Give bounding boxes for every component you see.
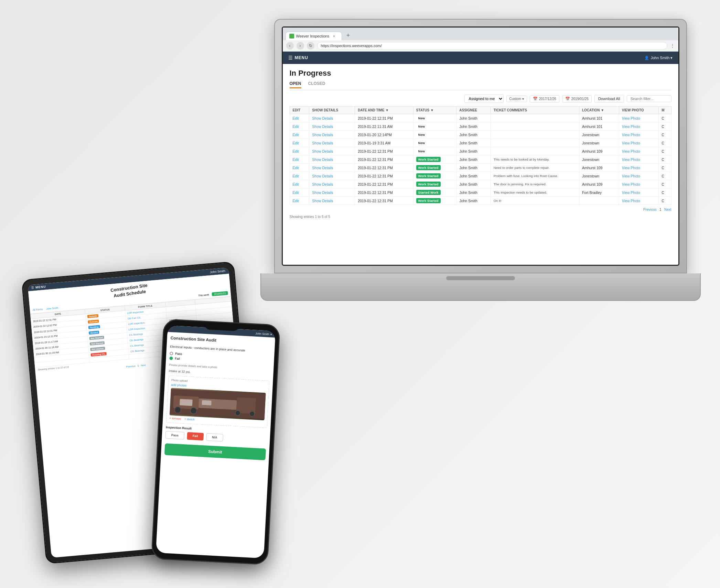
edit-link[interactable]: Edit [293,149,299,153]
view-photo-link[interactable]: View Photo [622,133,640,137]
prev-page[interactable]: Previous [643,208,657,211]
view-photo-link[interactable]: View Photo [622,199,640,203]
browser-addressbar: ‹ › ↻ https://inspections.weeverapps.com… [283,40,678,51]
sketch-link[interactable]: + sketch [184,417,194,421]
t-status-badge: Pending [88,325,100,329]
show-details-link[interactable]: Show Details [312,133,333,137]
date-to-picker[interactable]: 📅 2019/01/25 [562,95,592,102]
show-details-link[interactable]: Show Details [312,199,333,203]
edit-link[interactable]: Edit [293,174,299,178]
na-button[interactable]: N/A [206,433,223,442]
assigned-to-filter[interactable]: Assigned to me [464,95,504,103]
tablet-menu-icon: ☰ [31,286,34,290]
download-all-button[interactable]: Download All [594,95,624,102]
tab-closed[interactable]: CLOSED [308,81,325,88]
t-next[interactable]: Next [140,364,146,367]
submit-button[interactable]: Submit [164,443,266,460]
tablet-filter[interactable]: All Forms [32,308,43,311]
show-details-link[interactable]: Show Details [312,116,333,120]
date-from-picker[interactable]: 📅 2017/12/26 [530,95,559,102]
view-photo-link[interactable]: View Photo [622,116,640,120]
tab-close-button[interactable]: × [331,33,337,39]
fail-button[interactable]: Fail [187,432,204,440]
assignee-cell: John Smith [456,197,491,205]
t-status-badge: Hosted [89,330,99,335]
toolbar: Assigned to me Custom ▾ 📅 2017/12/26 📅 2… [290,95,671,103]
edit-link[interactable]: Edit [293,124,299,129]
edit-link[interactable]: Edit [293,157,299,162]
col-misc: M [659,107,671,114]
phone-user: John Smith [255,332,269,336]
table-row: Edit Show Details 2019-01-19 3:31 AM New… [290,139,671,147]
view-photo-link[interactable]: View Photo [622,141,640,145]
radio-fail [169,356,173,360]
misc-cell: C [659,164,671,172]
comments-cell [491,122,579,131]
date-cell: 2019-01-22 12:31 PM [355,164,413,172]
misc-cell: C [659,114,671,122]
browser-tab-active[interactable]: Weever Inspections × [286,32,342,40]
tablet-this-week[interactable]: This week [198,293,209,297]
next-page[interactable]: Next [664,208,671,211]
show-details-link[interactable]: Show Details [312,174,333,178]
laptop-screen: Weever Inspections × + ‹ › ↻ https://ins… [282,26,679,266]
location-cell: Jonestown [579,155,619,164]
pass-button[interactable]: Pass [165,431,184,439]
date-cell: 2019-01-22 12:31 PM [355,147,413,155]
view-photo-link[interactable]: View Photo [622,166,640,170]
new-tab-button[interactable]: + [343,31,353,40]
nav-back-button[interactable]: ‹ [286,42,294,50]
edit-link[interactable]: Edit [293,141,299,145]
show-details-link[interactable]: Show Details [312,182,333,186]
nav-reload-button[interactable]: ↻ [307,42,314,50]
show-details-link[interactable]: Show Details [312,124,333,129]
nav-forward-button[interactable]: › [297,42,304,50]
show-details-link[interactable]: Show Details [312,149,333,153]
edit-link[interactable]: Edit [293,190,299,195]
comments-cell: On it! [491,197,579,205]
location-cell: Amhurst 109 [579,164,619,172]
edit-link[interactable]: Edit [293,133,299,137]
view-photo-link[interactable]: View Photo [622,124,640,129]
tablet-assignee[interactable]: John Smith [46,306,58,310]
comments-cell: The door is jamming. Fix is required. [491,180,579,188]
status-cell: Work Started [413,155,456,164]
show-details-link[interactable]: Show Details [312,157,333,162]
view-photo-link[interactable]: View Photo [622,182,640,186]
edit-link[interactable]: Edit [293,182,299,186]
comments-cell [491,131,579,139]
address-bar[interactable]: https://inspections.weeverapps.com/ [317,42,667,50]
app-content: In Progress OPEN CLOSED Assigned to me C… [283,64,678,224]
search-input[interactable] [627,95,671,102]
edit-link[interactable]: Edit [293,199,299,203]
col-assignee: ASSIGNEE [456,107,491,114]
tab-open[interactable]: OPEN [290,81,301,88]
status-cell: Work Started [413,164,456,172]
misc-cell: C [659,122,671,131]
assignee-cell: John Smith [456,180,491,188]
table-row: Edit Show Details 2019-01-22 12:31 PM Wo… [290,180,671,188]
view-photo-link[interactable]: View Photo [622,149,640,153]
status-cell: New [413,139,456,147]
edit-link[interactable]: Edit [293,116,299,120]
phone-body: John Smith ▾ Construction Site Audit Ele… [151,319,280,565]
view-photo-link[interactable]: View Photo [622,174,640,178]
custom-date-filter[interactable]: Custom ▾ [506,96,527,102]
show-details-link[interactable]: Show Details [312,190,333,195]
svg-point-3 [174,406,181,413]
browser-menu-button[interactable]: ⋮ [670,43,675,48]
menu-label[interactable]: MENU [295,55,308,60]
view-photo-link[interactable]: View Photo [622,190,640,195]
status-cell: Work Started [413,172,456,180]
location-cell: Jonestown [579,139,619,147]
view-photo-link[interactable]: View Photo [622,157,640,162]
t-prev[interactable]: Previous [126,364,136,368]
remove-link[interactable]: × remove [169,416,181,420]
show-details-link[interactable]: Show Details [312,141,333,145]
user-info[interactable]: 👤 John Smith ▾ [644,56,673,60]
edit-link[interactable]: Edit [293,166,299,170]
status-badge: Work Started [416,173,441,178]
phone-form-title: Construction Site Audit [170,336,271,346]
show-details-link[interactable]: Show Details [312,166,333,170]
date-cell: 2019-01-22 12:31 PM [355,188,413,197]
